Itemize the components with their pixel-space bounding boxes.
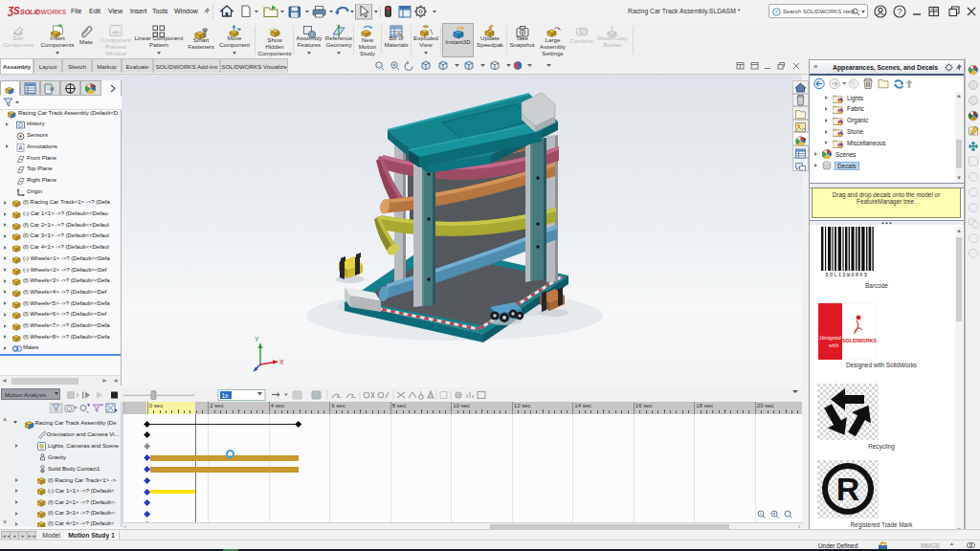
svg-text:1x: 1x <box>222 391 230 398</box>
svg-text:SOLIDWORKS: SOLIDWORKS <box>20 9 67 15</box>
svg-text:SOLIDWORKS: SOLIDWORKS <box>825 273 868 278</box>
svg-text:ƷS: ƷS <box>8 6 20 16</box>
svg-text:?: ? <box>775 9 779 14</box>
svg-text:Y: Y <box>255 336 259 342</box>
svg-text:A: A <box>18 144 23 151</box>
svg-text:X: X <box>279 359 284 365</box>
svg-text:R: R <box>836 471 860 507</box>
svg-text:Designed: Designed <box>818 335 842 341</box>
svg-text:with: with <box>829 342 838 348</box>
svg-text:SOLIDWORKS: SOLIDWORKS <box>842 338 877 343</box>
svg-text:?: ? <box>897 7 902 16</box>
